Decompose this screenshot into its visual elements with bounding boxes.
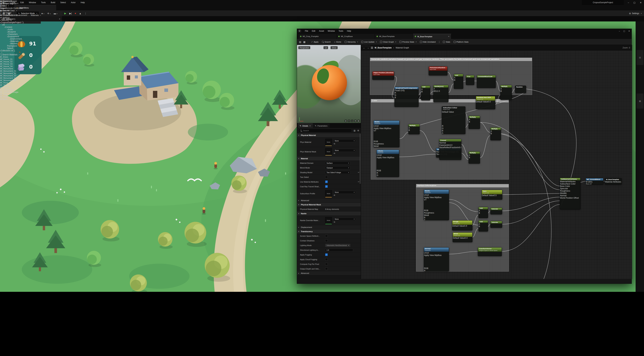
eject-button[interactable]: ▲ — [78, 12, 82, 15]
asset-mi-monument[interactable]: MI_Monument — [0, 67, 41, 70]
asset-mi-shrub-01[interactable]: MI_Shrub_01 — [0, 86, 41, 89]
node-divide-512-[interactable]: Divide(,512)AB512.0 — [433, 85, 448, 102]
input-pin[interactable]: A — [434, 88, 448, 90]
output-pin[interactable]: Metal — [424, 214, 449, 216]
output-pin[interactable]: Roughness — [374, 143, 399, 145]
toolbar-home[interactable]: ⌂Home — [332, 40, 343, 44]
dropdown-lighting-mode[interactable]: Volumetric NonDirectional▾ — [325, 244, 350, 247]
sidebar-item-blueprint[interactable]: ▸Blueprint — [0, 31, 41, 33]
asset-mi-monument-03[interactable]: MI_Monument_03 — [0, 75, 41, 77]
asset-mi-monument-02[interactable]: MI_Monument_02 — [0, 72, 41, 75]
menu-build[interactable]: Build — [51, 1, 55, 4]
output-pin[interactable]: B — [424, 216, 449, 219]
node-multiply[interactable]: MultiplyAB — [408, 124, 420, 134]
cylinder-icon[interactable]: ▮ — [345, 120, 347, 122]
node-setmaterialattributes[interactable]: SetMaterialAttributesMaterialAttributesS… — [560, 178, 580, 209]
output-pin[interactable]: B — [377, 176, 399, 177]
frame-skip-button[interactable]: ▶| — [68, 12, 72, 15]
output-pin[interactable]: G — [394, 94, 418, 96]
node-add[interactable]: AddAB — [478, 207, 488, 218]
show-dropdown[interactable]: Show — [330, 46, 338, 49]
input-pin[interactable]: A — [479, 210, 488, 212]
output-pin[interactable]: Metal — [374, 145, 399, 147]
close-icon[interactable]: ✕ — [628, 30, 630, 32]
node-multiply[interactable]: MultiplyAB — [468, 116, 480, 129]
asset-mi-water[interactable]: MI_Water — [0, 96, 41, 98]
node-multiply[interactable]: MultiplyAB — [468, 151, 480, 164]
input-pin[interactable]: MaterialAttributes — [560, 180, 580, 183]
output-pin[interactable]: G — [442, 127, 465, 130]
use-selected-icon[interactable]: ⟲ — [334, 152, 335, 155]
input-pin[interactable]: B — [479, 225, 488, 228]
checkbox-use-material-attributes[interactable]: ✓ — [325, 181, 328, 183]
output-pin[interactable]: Result — [586, 183, 603, 185]
input-pin[interactable]: B — [421, 90, 430, 93]
sidebar-item-content[interactable]: ▾Content — [0, 26, 41, 28]
field-value[interactable]: 0.0 — [488, 101, 491, 103]
node-multiply[interactable]: MultiplyAB — [490, 128, 501, 140]
menu-tools[interactable]: Tools — [338, 30, 343, 32]
node-normal[interactable]: NormalParam2DUVs0Apply View MipBiasRGBRG… — [424, 247, 449, 271]
node-random-hue-shift[interactable]: Random Hue ShiftParam (S)Default Value0.… — [476, 96, 495, 109]
field-value[interactable]: 0 — [428, 252, 429, 254]
tab-mi-basetemplate[interactable]: MI_BaseTemplate — [375, 34, 413, 39]
browse-icon[interactable]: ▦ — [302, 40, 306, 43]
toolbar-clean-graph[interactable]: Clean Graph▾ — [378, 40, 398, 44]
menu-window[interactable]: Window — [328, 30, 335, 32]
input-pin[interactable]: B — [490, 132, 501, 135]
asset-mi-house-01[interactable]: MI_House_01 — [0, 58, 41, 60]
checkbox-compute-fog-per-pixel[interactable] — [325, 263, 328, 265]
sidebar-item-splash[interactable]: Splash — [0, 47, 41, 49]
checkbox-apply-fogging[interactable]: ✓ — [325, 253, 328, 256]
node-fresnel[interactable]: FresnelNormalExponentIn3.0BaseReflectFra… — [439, 139, 461, 160]
plane-icon[interactable]: ▭ — [351, 120, 353, 122]
input-pin[interactable]: B — [469, 156, 480, 159]
field-value[interactable]: 0 — [380, 154, 382, 156]
panel-icon[interactable]: ▥ — [353, 129, 356, 132]
derived-data-button[interactable]: ⚙Derived Data▾ — [0, 9, 23, 12]
use-selected-icon[interactable]: ⟲ — [334, 194, 335, 196]
asset-mi-tree[interactable]: MI_Tree — [0, 93, 41, 96]
node-checkbox[interactable]: Apply View MipBias — [424, 254, 449, 256]
node-saturate[interactable]: Saturate — [490, 221, 502, 228]
output-pin[interactable]: R — [377, 172, 399, 174]
node-m-basetemplate[interactable]: M_BaseTemplateMaterial Attributes — [605, 178, 622, 185]
toolbar-preview-state[interactable]: Preview State▾ — [398, 40, 418, 44]
mesh-icon[interactable]: ◆ — [358, 120, 360, 122]
filter-button[interactable]: ▾ — [0, 52, 41, 53]
asset-thumbnail[interactable]: None — [325, 217, 332, 224]
input-pin[interactable]: Normal — [560, 194, 580, 197]
field-value[interactable]: 0.5 — [494, 194, 496, 197]
material-graph[interactable]: ← → M_BaseTemplate › Material Graph Zoom… — [361, 45, 632, 279]
close-icon[interactable]: ✕ — [640, 1, 642, 4]
output-pin[interactable]: G — [377, 174, 399, 176]
landscape-icon[interactable]: ✛▾ — [46, 12, 51, 15]
section-nanite[interactable]: ▾Nanite — [297, 212, 361, 216]
details-scrollbar[interactable] — [360, 134, 360, 184]
asset-dropdown[interactable]: None▾ — [334, 191, 356, 194]
docked-panel-tab[interactable]: ▤ — [636, 50, 644, 65]
details-search-input[interactable]: Search — [298, 129, 352, 132]
more-options-icon[interactable]: ⋮ — [438, 40, 441, 43]
sidebar-item-meshes[interactable]: ▸Meshes — [0, 42, 41, 45]
toolbar-hide-unrelated[interactable]: Hide Unrelated — [418, 40, 437, 44]
output-pin[interactable]: RGB — [424, 209, 449, 212]
field-value[interactable]: 0.9 — [464, 225, 467, 227]
section-physical-material-mask[interactable]: ▾Physical Material Mask — [297, 203, 361, 207]
sidebar-item-packignore[interactable]: PackIgnore — [0, 45, 41, 47]
project-root-row[interactable]: ▾CropoutSampleProject — [0, 21, 41, 24]
field-value[interactable]: 3.0 — [450, 144, 452, 146]
field-value[interactable]: 0 — [378, 125, 379, 127]
node-subsurface-colour[interactable]: Subsurface ColourParam (V3)Default Value… — [442, 106, 466, 134]
stop-button[interactable]: ■ — [74, 12, 77, 14]
input-pin[interactable]: B — [408, 129, 420, 131]
create-actor-icon[interactable]: ●▾ — [41, 12, 45, 15]
cmd-dropdown[interactable]: ❯Cmd▾ — [0, 5, 23, 7]
node-checkbox[interactable]: Apply View MipBias — [377, 156, 399, 159]
play-button[interactable]: ▶ — [64, 12, 67, 15]
input-directional-lighting-in-[interactable]: 1.0 — [325, 249, 353, 252]
checkbox-cast-ray-traced-shad-[interactable]: ✓ — [325, 185, 328, 188]
asset-mi-monument-01[interactable]: MI_Monument_01 — [0, 70, 41, 72]
gear-icon[interactable]: ⚙ — [357, 129, 360, 132]
toolbar-live-update[interactable]: Live Update▾ — [360, 40, 378, 44]
